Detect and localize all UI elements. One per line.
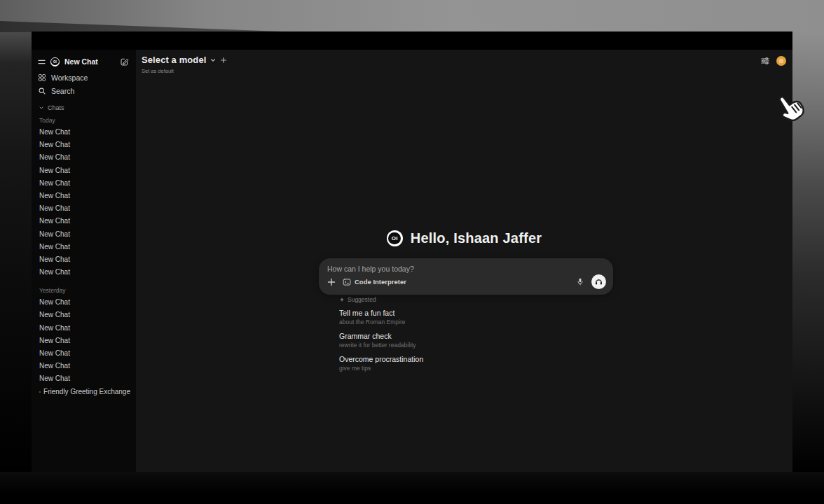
chat-item[interactable]: New Chat [37,309,130,321]
code-interpreter-toggle[interactable]: Code Interpreter [343,278,406,286]
sidebar-title: New Chat [64,57,98,66]
chat-item-label: New Chat [39,164,70,177]
chat-item-label: New Chat [39,360,70,372]
sparkle-icon [339,297,345,302]
headphones-icon [594,277,603,286]
terminal-icon [343,278,351,286]
chat-item[interactable]: New Chat [37,360,130,372]
chat-item-label: New Chat [39,347,70,360]
screen: OI New Chat Workspace [0,0,824,504]
workspace-grid-icon [38,74,46,82]
app-logo-text: OI [388,232,401,245]
app-window: OI New Chat Workspace [32,31,792,472]
chat-item-label: New Chat [39,215,70,227]
voice-call-button[interactable] [591,274,606,289]
code-interpreter-label: Code Interpreter [355,278,406,286]
chats-label: Chats [48,104,64,111]
app-logo-icon: OI [50,57,60,66]
chat-item-label: New Chat [39,190,70,202]
main-area: Select a model Set as default [136,50,792,472]
chat-item[interactable]: New Chat [37,228,130,241]
chat-item[interactable]: New Chat [37,151,130,164]
suggestion-subtitle: about the Roman Empire [339,318,605,326]
sidebar-toggle-icon[interactable] [37,57,46,66]
composer-toolbar: Code Interpreter [327,274,606,289]
suggestion-title: Tell me a fun fact [339,309,605,317]
chat-item[interactable]: New Chat [37,164,130,177]
search-label: Search [51,87,74,95]
user-avatar[interactable] [776,56,786,66]
chevron-down-icon [39,105,44,111]
suggestion-title: Grammar check [339,332,605,340]
chat-item[interactable]: New Chat [37,190,130,202]
window-titlebar [32,31,792,50]
search-icon [38,87,46,95]
chat-group-label: Today [37,115,130,126]
attach-plus-icon[interactable] [327,278,336,286]
suggestion-title: Overcome procrastination [339,355,605,363]
message-composer[interactable]: How can I help you today? Code Interpret… [319,258,613,295]
chat-item[interactable]: New Chat [37,126,130,139]
greeting-text: Hello, Ishaan Jaffer [411,230,542,246]
greeting-row: OI Hello, Ishaan Jaffer [136,230,792,246]
suggestion-item[interactable]: Grammar check rewrite it for better read… [339,332,605,349]
suggestion-subtitle: rewrite it for better readability [339,342,605,349]
sidebar-item-workspace[interactable]: Workspace [37,71,130,84]
chat-group-label: Yesterday [37,285,130,296]
desktop-background-bottom [0,472,824,504]
suggested-list: Tell me a fun fact about the Roman Empir… [339,309,605,372]
chat-item-label: New Chat [39,241,70,253]
chat-item[interactable]: New Chat [37,296,130,309]
chevron-down-icon [210,57,217,64]
chat-item-label: New Chat [39,202,70,215]
app-logo-text: OI [51,58,58,65]
controls-sliders-icon[interactable] [760,56,770,66]
chat-item[interactable]: New Chat [37,139,130,151]
suggested-section: Suggested Tell me a fun fact about the R… [339,296,605,378]
chat-item[interactable]: New Chat [37,347,130,360]
suggestion-item[interactable]: Tell me a fun fact about the Roman Empir… [339,309,605,326]
chat-item[interactable]: New Chat [37,215,130,227]
model-selector[interactable]: Select a model [142,55,227,65]
sidebar-item-search[interactable]: Search [37,84,130,97]
chat-item[interactable]: New Chat [37,372,130,385]
chat-item[interactable]: New Chat [37,322,130,335]
chat-item[interactable]: New Chat [37,253,130,266]
chat-item-label: New Chat [39,372,70,385]
chat-item-label: New Chat [39,335,70,347]
message-input[interactable]: How can I help you today? [327,265,606,273]
chat-item[interactable]: New Chat [37,266,130,279]
chat-item[interactable]: New Chat [37,177,130,190]
chat-item-label: New Chat [39,322,70,335]
chat-item-label: Friendly Greeting Exchange [43,386,130,398]
chat-item-label: New Chat [39,139,70,151]
sidebar: OI New Chat Workspace [32,50,136,472]
chats-section-toggle[interactable]: Chats [37,102,130,113]
app-logo-icon: OI [387,230,403,246]
mic-icon[interactable] [576,277,584,286]
hand-pointer-cursor [771,89,809,128]
suggested-header: Suggested [339,296,605,303]
chat-item[interactable]: New Chat [37,335,130,347]
model-selector-label: Select a model [142,55,206,65]
suggestion-item[interactable]: Overcome procrastination give me tips [339,355,605,372]
chat-item[interactable]: New Chat [37,202,130,215]
chat-item-label: New Chat [39,309,70,321]
chat-item-label: New Chat [39,177,70,190]
chat-item[interactable]: New Chat [37,241,130,253]
chat-list: TodayNew ChatNew ChatNew ChatNew ChatNew… [37,115,130,398]
wave-hand-icon [39,388,41,396]
chat-item-label: New Chat [39,296,70,309]
set-default-label[interactable]: Set as default [142,68,174,74]
suggestion-subtitle: give me tips [339,365,605,372]
chat-item[interactable]: Friendly Greeting Exchange [37,386,130,398]
chat-item-label: New Chat [39,266,70,279]
desktop-background-left [0,32,32,472]
app-body: OI New Chat Workspace [32,50,792,472]
add-model-icon[interactable] [220,57,227,64]
sidebar-header: OI New Chat [37,53,130,70]
new-chat-icon[interactable] [120,57,129,66]
chat-item-label: New Chat [39,151,70,164]
header-actions [760,56,786,66]
suggested-label: Suggested [348,296,376,303]
